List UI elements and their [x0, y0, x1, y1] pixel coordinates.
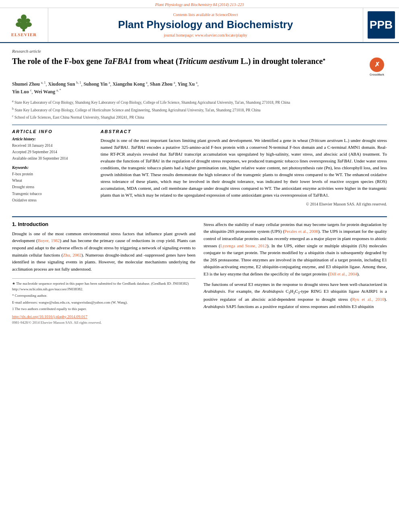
affiliation-a: a State Key Laboratory of Crop Biology, …	[12, 99, 387, 105]
citation-zhu[interactable]: Zhu, 2002	[63, 253, 81, 257]
author-wang-w: Wei Wang	[34, 89, 55, 94]
ppb-logo: PPB	[368, 11, 395, 39]
journal-header-top: ELSEVIER Contents lists available at Sci…	[0, 8, 399, 42]
journal-header: ELSEVIER Contents lists available at Sci…	[0, 8, 399, 43]
journal-main-title: Plant Physiology and Biochemistry	[118, 18, 293, 31]
crossmark-area[interactable]: ✗ CrossMark	[367, 58, 387, 76]
citation-lyzenga[interactable]: Lyzenga and Stone, 2012	[220, 243, 267, 248]
main-left-col: 1. Introduction Drought is one of the mo…	[12, 221, 195, 325]
abstract-heading: ABSTRACT	[101, 129, 387, 134]
svg-point-6	[25, 18, 30, 23]
intro-paragraph-1: Drought is one of the most common enviro…	[12, 230, 195, 273]
affiliation-b: b State Key Laboratory of Crop Biology, …	[12, 107, 387, 113]
author-luo-y: Yin Luo	[12, 89, 29, 94]
received-date: Received 18 January 2014 Accepted 29 Sep…	[12, 142, 93, 162]
elsevier-logo: ELSEVIER	[11, 13, 37, 37]
citation-perales[interactable]: Perales et al., 2008	[284, 229, 318, 234]
intro-paragraph-3: The functions of several E3 enzymes in t…	[204, 281, 387, 310]
author-zhou-s: Shumei Zhou	[12, 81, 40, 87]
article-type-label: Research article	[12, 49, 387, 53]
elsevier-tree-icon	[12, 13, 36, 31]
star-footnote: ★ The nucleotide sequence reported in th…	[12, 281, 195, 292]
full-divider	[12, 216, 387, 217]
main-content: 1. Introduction Drought is one of the mo…	[0, 221, 399, 325]
article-title-block: The role of the F-box gene TaFBA1 from w…	[12, 56, 387, 76]
elsevier-logo-area: ELSEVIER	[0, 8, 48, 42]
citation-boyer[interactable]: Boyer, 1982	[38, 238, 60, 243]
doi-link[interactable]: http://dx.doi.org/10.1016/j.plaphy.2014.…	[12, 314, 195, 319]
keywords-list: F-box protein Wheat Drought stress Trans…	[12, 171, 93, 203]
article-title-text: The role of the F-box gene TaFBA1 from w…	[12, 56, 363, 66]
corresponding-footnote: * Corresponding author.	[12, 293, 195, 299]
author-yin-s: Suhong Yin	[84, 81, 107, 87]
affiliations: a State Key Laboratory of Crop Biology, …	[12, 99, 387, 120]
crossmark-label: CrossMark	[370, 73, 384, 76]
keywords-block: Keywords: F-box protein Wheat Drought st…	[12, 166, 93, 203]
section-title-text: Introduction	[18, 221, 48, 227]
history-label: Article history:	[12, 137, 93, 141]
author-sun-x: Xiudong Sun	[48, 81, 75, 87]
svg-point-7	[21, 14, 27, 20]
citation-ryu[interactable]: Ryu et al., 2010	[352, 297, 384, 302]
copyright-line: © 2014 Elsevier Masson SAS. All rights r…	[101, 202, 387, 206]
abstract-text: Drought is one of the most important fac…	[101, 137, 387, 199]
article-info-heading: Article Info	[12, 129, 93, 134]
author-kong-x: Xiangzhu Kong	[113, 81, 145, 87]
introduction-title: 1. Introduction	[12, 221, 195, 227]
article-info-col: Article Info Article history: Received 1…	[12, 129, 93, 207]
journal-title-area: Contents lists available at ScienceDirec…	[48, 8, 363, 42]
abstract-col: ABSTRACT Drought is one of the most impo…	[101, 129, 387, 207]
ppb-logo-area: PPB	[363, 8, 399, 42]
article-info-abstract: Article Info Article history: Received 1…	[12, 129, 387, 207]
sciencedirect-name[interactable]: ScienceDirect	[215, 12, 238, 17]
article-history: Article history: Received 18 January 201…	[12, 137, 93, 162]
email-footnote: E-mail addresses: wangw@sdau.edu.cn, wan…	[12, 300, 195, 306]
journal-homepage: journal homepage: www.elsevier.com/locat…	[164, 33, 247, 37]
svg-point-5	[17, 18, 22, 23]
journal-citation: Plant Physiology and Biochemistry 84 (20…	[155, 2, 244, 7]
section-number: 1.	[12, 221, 16, 227]
main-right-col: Stress affects the stability of many cel…	[204, 221, 387, 325]
crossmark-icon[interactable]: ✗	[370, 58, 384, 72]
footnote-area: ★ The nucleotide sequence reported in th…	[12, 278, 195, 325]
email-values: wangw@sdau.edu.cn, wangweisdau@yahoo.com…	[39, 300, 128, 304]
page: Plant Physiology and Biochemistry 84 (20…	[0, 0, 399, 532]
elsevier-wordmark: ELSEVIER	[11, 32, 37, 37]
keywords-label: Keywords:	[12, 166, 93, 170]
header-divider	[12, 125, 387, 125]
journal-top-bar: Plant Physiology and Biochemistry 84 (20…	[0, 0, 399, 8]
author-zhou-sh: Shan Zhou	[150, 81, 173, 87]
affiliation-c: c School of Life Sciences, East China No…	[12, 114, 387, 120]
issn-line: 0981-9428/© 2014 Elsevier Masson SAS. Al…	[12, 320, 195, 325]
sciencedirect-link: Contents lists available at ScienceDirec…	[173, 12, 238, 17]
intro-paragraph-2: Stress affects the stability of many cel…	[204, 221, 387, 278]
authors-line: Shumei Zhou a, 1, Xiudong Sun b, 1, Suho…	[12, 80, 387, 96]
author-xu-y: Ying Xu	[178, 81, 195, 87]
article-content: Research article The role of the F-box g…	[0, 43, 399, 212]
journal-homepage-url[interactable]: www.elsevier.com/locate/plaphy	[195, 33, 247, 37]
citation-dill[interactable]: Dill et al., 2004	[329, 271, 357, 276]
equal-contrib-footnote: 1 The two authors contributed equally to…	[12, 306, 195, 312]
